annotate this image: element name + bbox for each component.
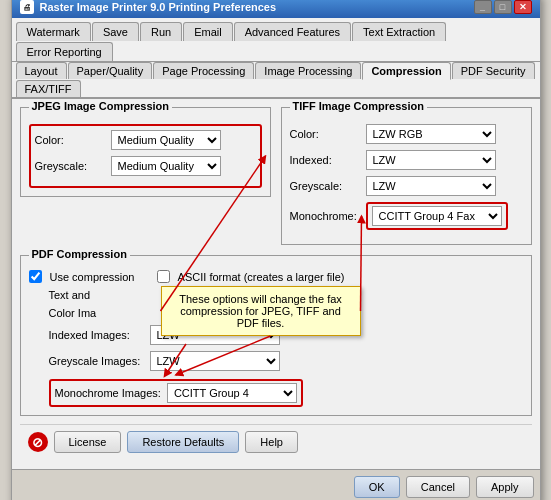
top-tab-bar: Watermark Save Run Email Advanced Featur… [12,18,540,62]
tiff-greyscale-label: Greyscale: [290,180,360,192]
tiff-indexed-label: Indexed: [290,154,360,166]
window-title: Raster Image Printer 9.0 Printing Prefer… [40,1,277,13]
tab-watermark[interactable]: Watermark [16,22,91,41]
bottom-left: ⊘ License Restore Defaults Help [28,431,298,453]
pdf-color-images-label: Color Ima [49,307,144,319]
tab-paper-quality[interactable]: Paper/Quality [68,62,153,79]
tiff-indexed-select[interactable]: LZW ZIP None [366,150,496,170]
tab-run[interactable]: Run [140,22,182,41]
tab-text-extraction[interactable]: Text Extraction [352,22,446,41]
cancel-button[interactable]: Cancel [406,476,470,498]
tiff-color-select[interactable]: LZW RGB ZIP RGB None [366,124,496,144]
jpeg-greyscale-select[interactable]: Medium Quality Low Quality High Quality … [111,156,221,176]
window-icon: 🖨 [20,0,34,14]
tiff-monochrome-highlight: CCITT Group 4 Fax CCITT Group 3 Fax LZW … [366,202,508,230]
title-buttons: _ □ ✕ [474,0,532,14]
pdf-text-label: Text and [49,289,144,301]
tab-content: JPEG Image Compression Color: Medium Qua… [12,99,540,469]
pdf-monochrome-highlight: Monochrome Images: CCITT Group 4 CCITT G… [49,379,303,407]
maximize-button[interactable]: □ [494,0,512,14]
apply-button[interactable]: Apply [476,476,534,498]
tab-layout[interactable]: Layout [16,62,67,79]
use-compression-checkbox[interactable] [29,270,42,283]
tab-fax-tiff[interactable]: FAX/TIFF [16,80,81,97]
tiff-color-label: Color: [290,128,360,140]
pdf-group-title: PDF Compression [29,248,130,260]
main-window: 🖨 Raster Image Printer 9.0 Printing Pref… [11,0,541,500]
restore-defaults-button[interactable]: Restore Defaults [127,431,239,453]
tiff-color-row: Color: LZW RGB ZIP RGB None [290,124,523,144]
tiff-greyscale-row: Greyscale: LZW ZIP None [290,176,523,196]
pdf-monochrome-select[interactable]: CCITT Group 4 CCITT Group 3 LZW ZIP None [167,383,297,403]
pdf-checkbox-row: Use compression ASCII format (creates a … [29,270,523,283]
jpeg-color-label: Color: [35,134,105,146]
jpeg-greyscale-label: Greyscale: [35,160,105,172]
pdf-group: PDF Compression These options will chang… [20,255,532,416]
tab-image-processing[interactable]: Image Processing [255,62,361,79]
tiff-group: TIFF Image Compression Color: LZW RGB ZI… [281,107,532,245]
ok-cancel-bar: OK Cancel Apply [12,469,540,500]
pdf-greyscale-row: Greyscale Images: LZW ZIP None [29,351,523,371]
jpeg-highlight-box: Color: Medium Quality Low Quality High Q… [29,124,262,188]
tab-save[interactable]: Save [92,22,139,41]
tab-page-processing[interactable]: Page Processing [153,62,254,79]
ascii-format-label: ASCII format (creates a larger file) [178,271,345,283]
title-bar: 🖨 Raster Image Printer 9.0 Printing Pref… [12,0,540,18]
tab-advanced-features[interactable]: Advanced Features [234,22,351,41]
ascii-format-checkbox[interactable] [157,270,170,283]
tab-compression[interactable]: Compression [362,62,450,80]
tiff-greyscale-select[interactable]: LZW ZIP None [366,176,496,196]
jpeg-color-row: Color: Medium Quality Low Quality High Q… [35,130,256,150]
tiff-monochrome-label: Monochrome: [290,210,360,222]
license-button[interactable]: License [54,431,122,453]
tab-pdf-security[interactable]: PDF Security [452,62,535,79]
jpeg-section: JPEG Image Compression Color: Medium Qua… [20,107,271,253]
help-button[interactable]: Help [245,431,298,453]
use-compression-label: Use compression [50,271,135,283]
bottom-tab-bar: Layout Paper/Quality Page Processing Ima… [12,62,540,99]
tab-error-reporting[interactable]: Error Reporting [16,42,113,61]
jpeg-group: JPEG Image Compression Color: Medium Qua… [20,107,271,197]
tooltip-text: These options will change the fax compre… [179,293,342,329]
stop-icon: ⊘ [28,432,48,452]
jpeg-group-title: JPEG Image Compression [29,100,173,112]
pdf-monochrome-label: Monochrome Images: [55,387,161,399]
title-bar-left: 🖨 Raster Image Printer 9.0 Printing Pref… [20,0,277,14]
tiff-section: TIFF Image Compression Color: LZW RGB ZI… [281,107,532,253]
pdf-greyscale-label: Greyscale Images: [49,355,144,367]
main-two-col: JPEG Image Compression Color: Medium Qua… [20,107,532,253]
bottom-section: ⊘ License Restore Defaults Help [20,424,532,461]
pdf-indexed-label: Indexed Images: [49,329,144,341]
jpeg-greyscale-row: Greyscale: Medium Quality Low Quality Hi… [35,156,256,176]
tiff-group-title: TIFF Image Compression [290,100,427,112]
ok-button[interactable]: OK [354,476,400,498]
pdf-greyscale-select[interactable]: LZW ZIP None [150,351,280,371]
tiff-monochrome-row: Monochrome: CCITT Group 4 Fax CCITT Grou… [290,202,523,230]
close-button[interactable]: ✕ [514,0,532,14]
tiff-indexed-row: Indexed: LZW ZIP None [290,150,523,170]
tooltip-box: These options will change the fax compre… [161,286,361,336]
tab-email[interactable]: Email [183,22,233,41]
jpeg-color-select[interactable]: Medium Quality Low Quality High Quality … [111,130,221,150]
pdf-monochrome-row: Monochrome Images: CCITT Group 4 CCITT G… [55,383,297,403]
tiff-monochrome-select[interactable]: CCITT Group 4 Fax CCITT Group 3 Fax LZW … [372,206,502,226]
minimize-button[interactable]: _ [474,0,492,14]
